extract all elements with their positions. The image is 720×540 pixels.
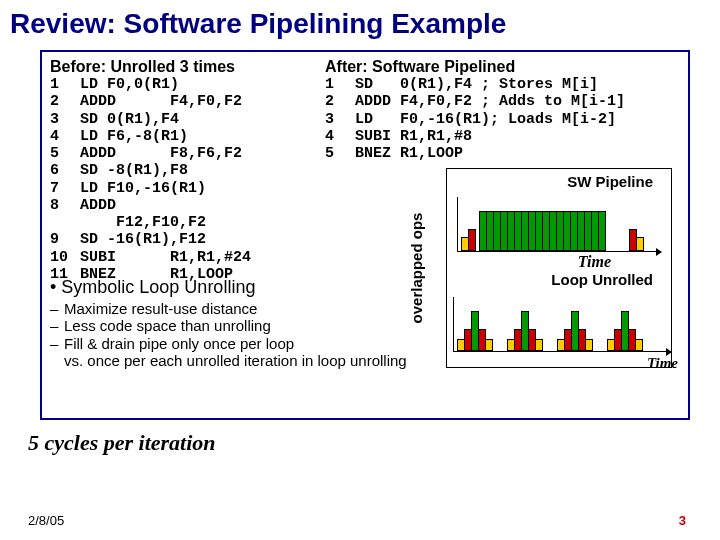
after-header: After: Software Pipelined: [325, 58, 680, 76]
after-code: 1SD 0(R1),F4 ; Stores M[i]2ADDD F4,F0,F2…: [325, 76, 680, 162]
time-label-1: Time: [578, 253, 611, 271]
sw-pipeline-label: SW Pipeline: [567, 173, 653, 190]
time-label-2: Time: [647, 355, 678, 372]
footer: 2/8/05 3: [0, 513, 720, 528]
loop-unrolled-bars: [453, 297, 667, 352]
footer-date: 2/8/05: [28, 513, 64, 528]
chart-area: overlapped ops SW Pipeline: [422, 168, 672, 368]
five-cycles: 5 cycles per iteration: [28, 430, 720, 456]
chart-ylabel: overlapped ops: [408, 213, 425, 324]
before-header: Before: Unrolled 3 times: [50, 58, 325, 76]
content-box: Before: Unrolled 3 times 1LD F0,0(R1)2AD…: [40, 50, 690, 420]
after-column: After: Software Pipelined 1SD 0(R1),F4 ;…: [325, 58, 680, 283]
before-column: Before: Unrolled 3 times 1LD F0,0(R1)2AD…: [50, 58, 325, 283]
footer-page: 3: [679, 513, 686, 528]
chart-box: SW Pipeline: [446, 168, 672, 368]
before-code: 1LD F0,0(R1)2ADDD F4,F0,F23SD 0(R1),F44L…: [50, 76, 325, 283]
sw-pipeline-bars: [457, 197, 657, 252]
page-title: Review: Software Pipelining Example: [0, 0, 720, 46]
arrow-right-icon: [656, 248, 662, 256]
loop-unrolled-label: Loop Unrolled: [551, 271, 653, 288]
